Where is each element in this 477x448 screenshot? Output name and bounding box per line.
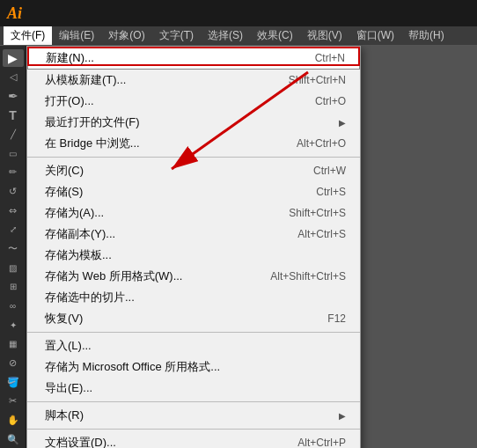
- menu-item-new[interactable]: 新建(N)... Ctrl+N: [27, 47, 360, 70]
- tool-paint[interactable]: 🪣: [3, 373, 24, 391]
- menu-item-doc-settings[interactable]: 文档设置(D)... Alt+Ctrl+P: [27, 432, 360, 448]
- tool-select[interactable]: ▶: [3, 49, 24, 67]
- tool-mesh[interactable]: ⊞: [3, 278, 24, 296]
- menu-item-save[interactable]: 存储(S) Ctrl+S: [27, 181, 360, 202]
- tool-direct[interactable]: ◁: [3, 69, 24, 86]
- menu-item-script[interactable]: 脚本(R) ▶: [27, 405, 360, 426]
- menu-item-save-as[interactable]: 存储为(A)... Shift+Ctrl+S: [27, 202, 360, 224]
- main-area: ▶ ◁ ✒ T ╱ ▭ ✏ ↺ ⇔ ⤢ 〜 ▨ ⊞ ∞ ✦ ▦ ⊘ 🪣 ✂ ✋ …: [0, 46, 477, 448]
- menu-view[interactable]: 视图(V): [300, 26, 349, 45]
- toolbar: ▶ ◁ ✒ T ╱ ▭ ✏ ↺ ⇔ ⤢ 〜 ▨ ⊞ ∞ ✦ ▦ ⊘ 🪣 ✂ ✋ …: [0, 46, 26, 448]
- tool-brush[interactable]: ✏: [3, 164, 24, 181]
- tool-scale[interactable]: ⤢: [3, 221, 24, 239]
- menu-text[interactable]: 文字(T): [152, 26, 201, 45]
- app-logo: Ai: [7, 4, 22, 23]
- separator-3: [27, 401, 360, 402]
- menu-select[interactable]: 选择(S): [201, 26, 250, 45]
- menu-item-open[interactable]: 打开(O)... Ctrl+O: [27, 91, 360, 112]
- menu-item-export[interactable]: 导出(E)...: [27, 378, 360, 399]
- tool-warp[interactable]: 〜: [3, 240, 24, 258]
- tool-column[interactable]: ▦: [3, 335, 24, 353]
- menu-item-save-template[interactable]: 存储为模板...: [27, 245, 360, 266]
- tool-type[interactable]: T: [3, 106, 24, 124]
- menu-item-recent[interactable]: 最近打开的文件(F) ▶: [27, 112, 360, 133]
- tool-eyedrop[interactable]: ⊘: [3, 355, 24, 372]
- menu-item-save-web[interactable]: 存储为 Web 所用格式(W)... Alt+Shift+Ctrl+S: [27, 266, 360, 287]
- canvas-area: 新建(N)... Ctrl+N 从模板新建(T)... Shift+Ctrl+N…: [26, 46, 477, 448]
- tool-scissors[interactable]: ✂: [3, 393, 24, 410]
- separator-2: [27, 332, 360, 333]
- menu-file[interactable]: 文件(F): [4, 26, 52, 45]
- menu-item-close[interactable]: 关闭(C) Ctrl+W: [27, 160, 360, 181]
- tool-gradient[interactable]: ▨: [3, 259, 24, 276]
- tool-rect[interactable]: ▭: [3, 144, 24, 162]
- menu-help[interactable]: 帮助(H): [401, 26, 451, 45]
- tool-blend[interactable]: ∞: [3, 297, 24, 315]
- separator-1: [27, 157, 360, 158]
- menu-edit[interactable]: 编辑(E): [52, 26, 101, 45]
- menu-object[interactable]: 对象(O): [101, 26, 151, 45]
- separator-4: [27, 429, 360, 430]
- tool-pen[interactable]: ✒: [3, 87, 24, 105]
- menu-item-save-copy[interactable]: 存储副本(Y)... Alt+Ctrl+S: [27, 224, 360, 245]
- tool-rotate[interactable]: ↺: [3, 183, 24, 201]
- tool-hand[interactable]: ✋: [3, 412, 24, 430]
- tool-mirror[interactable]: ⇔: [3, 202, 24, 219]
- menu-item-save-office[interactable]: 存储为 Microsoft Office 所用格式...: [27, 356, 360, 378]
- title-bar: Ai: [0, 0, 477, 26]
- file-dropdown-menu: 新建(N)... Ctrl+N 从模板新建(T)... Shift+Ctrl+N…: [26, 46, 361, 448]
- menu-item-bridge[interactable]: 在 Bridge 中浏览... Alt+Ctrl+O: [27, 133, 360, 154]
- menu-item-revert[interactable]: 恢复(V) F12: [27, 308, 360, 329]
- menu-bar: 文件(F) 编辑(E) 对象(O) 文字(T) 选择(S) 效果(C) 视图(V…: [0, 26, 477, 46]
- menu-item-place[interactable]: 置入(L)...: [27, 335, 360, 356]
- tool-symbol[interactable]: ✦: [3, 316, 24, 334]
- menu-item-new-template[interactable]: 从模板新建(T)... Shift+Ctrl+N: [27, 70, 360, 91]
- tool-line[interactable]: ╱: [3, 126, 24, 143]
- menu-effect[interactable]: 效果(C): [250, 26, 300, 45]
- menu-window[interactable]: 窗口(W): [349, 26, 401, 45]
- menu-item-save-slices[interactable]: 存储选中的切片...: [27, 287, 360, 308]
- tool-zoom[interactable]: 🔍: [3, 430, 24, 448]
